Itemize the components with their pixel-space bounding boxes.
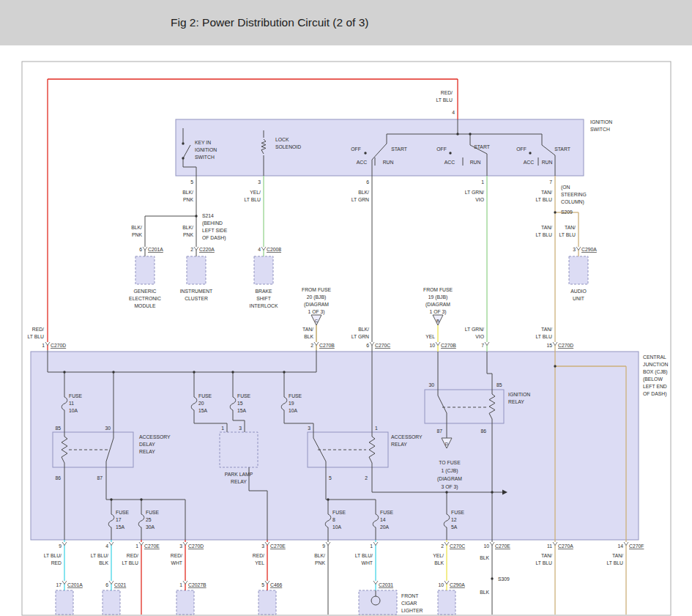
connector-link[interactable]: C270F [629,543,644,549]
diagram-label: 8 [332,517,335,522]
diagram-label: BLK/ [131,225,142,230]
diagram-label: LT BLU [607,560,624,565]
diagram-label: (DIAGRAM [304,302,329,308]
connector-link[interactable]: C220A [199,247,215,252]
diagram-label: LEFT END [643,384,667,389]
diagram-label: 17 [116,517,122,522]
diagram-label: 4 [258,247,261,252]
connector-link[interactable]: C270E [495,543,510,549]
diagram-label: 19 [289,401,294,406]
connector-link[interactable]: C2027B [188,582,207,587]
diagram-label: 2 [190,247,193,252]
diagram-label: TAN/ [541,225,552,230]
connector-link[interactable]: C270C [450,543,465,549]
component-box [438,590,455,615]
connector-link[interactable]: C021 [114,582,126,587]
diagram-label: ACC [357,160,367,165]
diagram-label: ACC [524,160,534,165]
diagram-label: LT GRN [351,197,369,202]
diagram-label: ACCESSORY [391,434,423,439]
diagram-label: OF DASH) [643,391,666,397]
diagram-label: LOCK [275,137,289,142]
diagram-label: 6 [139,247,142,252]
diagram-label: LT BLU [28,334,45,339]
connector-link[interactable]: C466 [270,582,282,587]
diagram-label: 1 (CJB) [441,468,458,474]
diagram-label: FRONT [401,593,418,598]
connector-link[interactable]: C270E [270,543,286,549]
junction-dot [491,577,493,579]
audio-unit-box [569,256,588,284]
junction-dot [449,152,451,154]
connector-link[interactable]: C290A [450,582,465,587]
diagram-label: 5 [329,475,332,480]
front-cigar-lighter-box [359,590,397,615]
diagram-label: BOX (CJB) [643,369,668,375]
diagram-label: 85 [496,382,502,387]
diagram-label: 11 [547,543,552,549]
connector-link[interactable]: C201A [148,247,163,252]
junction-dot [182,157,184,159]
diagram-label: YEL [255,560,264,565]
connector-link[interactable]: C270E [144,543,160,549]
connector-link[interactable]: C2031 [379,582,393,587]
connector-link[interactable]: C290A [581,247,597,252]
diagram-label: LT GRN [351,334,369,339]
diagram-label: 30 [428,382,434,387]
circuit-reference-letter: D [445,442,449,446]
generic-electronic-module-box [135,256,155,284]
diagram-label: SOLENOID [275,144,301,149]
diagram-label: VIO [475,197,484,202]
diagram-label: BLK [304,334,313,339]
component-box [103,590,120,615]
diagram-label: LT BLU [536,232,553,237]
diagram-label: LT BLU [559,232,576,237]
diagram-label: RED/ [253,553,264,558]
connector-link[interactable]: C201A [67,582,83,587]
diagram-label: 2 [365,475,368,480]
diagram-label: FUSE [289,393,302,398]
circuit-reference-letter: C [315,319,319,323]
diagram-label: 2 [310,343,313,348]
connector-link[interactable]: C270B [441,343,456,348]
diagram-label: 9 [59,543,62,549]
diagram-label: UNIT [573,296,584,301]
connector-link[interactable]: C2008 [267,247,281,252]
diagram-label: TO FUSE [439,460,461,465]
diagram-label: IGNITION [195,147,217,152]
junction-dot [193,371,195,373]
diagram-label: CIGAR [401,601,417,606]
connector-link[interactable]: C270D [188,543,204,549]
diagram-label: START [554,146,570,152]
junction-dot [112,371,114,373]
diagram-label: START [391,146,407,152]
diagram-label: 9 [322,543,325,549]
diagram-label: (BEHIND [202,220,223,226]
diagram-label: FROM FUSE [302,287,331,292]
diagram-label: 1 [179,582,182,587]
diagram-label: S309 [498,576,510,582]
connector-link[interactable]: C270A [558,543,573,549]
diagram-label: LT GRN/ [465,327,484,332]
diagram-label: 10 [429,343,435,348]
diagram-label: RED/ [171,553,182,558]
diagram-label: 6 [105,582,108,587]
connector-link[interactable]: C270B [319,343,335,348]
diagram-label: FROM FUSE [423,287,453,292]
diagram-label: PNK [183,197,193,202]
diagram-label: ACCESSORY [139,434,171,439]
diagram-label: PNK [183,232,193,237]
diagram-label: AUDIO [570,289,587,294]
connector-link[interactable]: C270D [51,343,66,348]
diagram-label: BLK/ [314,553,325,558]
diagram-label: 6 [366,179,369,185]
connector-link[interactable]: C270C [375,343,390,348]
diagram-label: FUSE [237,393,251,398]
brake-shift-interlock-box [254,256,273,284]
diagram-label: 3 [179,543,182,549]
title-bar: Fig 2: Power Distribution Circuit (2 of … [0,0,692,45]
connector-link[interactable]: C270D [558,343,573,348]
diagram-label: 6 [366,343,369,348]
diagram-label: 14 [617,543,623,549]
diagram-label: RUN [470,160,481,165]
